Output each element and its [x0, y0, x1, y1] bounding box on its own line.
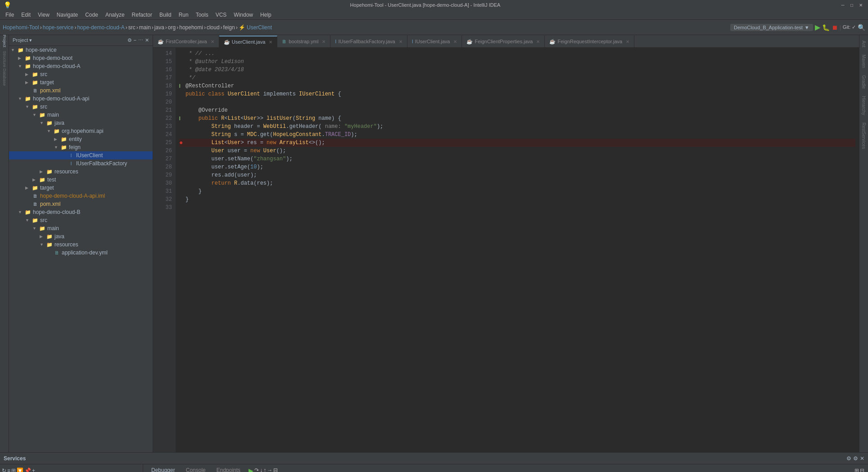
tree-target-api[interactable]: ▶ 📁 target: [9, 184, 153, 192]
window-controls[interactable]: ─ □ ✕: [839, 1, 864, 9]
collapse-icon[interactable]: −: [134, 37, 136, 43]
menu-build[interactable]: Build: [156, 11, 175, 19]
add-icon[interactable]: +: [32, 467, 35, 472]
menu-navigate[interactable]: Navigate: [53, 11, 81, 19]
bc-hope-service[interactable]: hope-service: [43, 24, 74, 31]
run-config-dropdown[interactable]: ▼: [805, 25, 809, 30]
project-icon[interactable]: Project: [0, 37, 9, 45]
minimize-button[interactable]: ─: [839, 1, 846, 9]
tree-test-api[interactable]: ▶ 📁 test: [9, 176, 153, 184]
filter-icon[interactable]: 🔽: [17, 467, 23, 472]
settings-icon[interactable]: ⚙: [127, 37, 132, 43]
tab-userclient[interactable]: ☕ UserClient.java ✕: [219, 36, 278, 47]
tab-close[interactable]: ✕: [536, 39, 540, 44]
tab-close[interactable]: ✕: [269, 40, 272, 45]
tab-feignclientproperties[interactable]: ☕ FeignClientProperties.java ✕: [462, 36, 545, 47]
tree-src-api[interactable]: ▼ 📁 src: [9, 103, 153, 111]
bc-main[interactable]: main: [139, 24, 151, 31]
tree-java-api[interactable]: ▼ 📁 java: [9, 119, 153, 127]
menu-analyze[interactable]: Analyze: [102, 11, 128, 19]
resume-icon[interactable]: ▶: [249, 467, 253, 472]
gradle-icon[interactable]: Gradle: [860, 72, 867, 92]
step-over-icon[interactable]: ↷: [254, 467, 259, 472]
stop-button[interactable]: ⏹: [832, 24, 838, 31]
menu-refactor[interactable]: Refactor: [128, 11, 156, 19]
tree-src-B[interactable]: ▼ 📁 src: [9, 216, 153, 224]
search-everywhere[interactable]: 🔍: [858, 24, 865, 31]
tree-pom-A[interactable]: 🗎 pom.xml: [9, 86, 153, 95]
group-icon[interactable]: ⊞: [11, 467, 16, 472]
hierarchy-icon[interactable]: Hierarchy: [860, 92, 867, 119]
bc-cloud[interactable]: cloud: [207, 24, 220, 31]
structure-icon[interactable]: Structure: [0, 55, 9, 63]
bc-hopehomi2[interactable]: hopehomi: [179, 24, 203, 31]
bc-java[interactable]: java: [154, 24, 164, 31]
tree-resources-api[interactable]: ▶ 📁 resources: [9, 168, 153, 176]
menu-code[interactable]: Code: [81, 11, 102, 19]
tab-endpoints[interactable]: Endpoints: [212, 465, 245, 472]
step-out-icon[interactable]: ↑: [263, 467, 266, 472]
tree-target-A[interactable]: ▶ 📁 target: [9, 78, 153, 86]
tab-close[interactable]: ✕: [626, 39, 629, 44]
tab-close[interactable]: ✕: [211, 39, 214, 44]
tree-main-api[interactable]: ▼ 📁 main: [9, 111, 153, 119]
refresh-icon[interactable]: ↻: [2, 467, 6, 472]
close-icon[interactable]: ✕: [145, 37, 149, 43]
tab-close[interactable]: ✕: [453, 39, 457, 44]
tree-hope-demo-cloud-A-api[interactable]: ▼ 📁 hope-demo-cloud-A-api: [9, 95, 153, 103]
tab-console[interactable]: Console: [181, 465, 210, 472]
maven-icon[interactable]: Maven: [860, 51, 867, 72]
debug-button[interactable]: 🐛: [822, 24, 830, 31]
maximize-button[interactable]: □: [848, 1, 855, 9]
tree-entity[interactable]: ▶ 📁 entity: [9, 135, 153, 143]
tree-resources-B[interactable]: ▼ 📁 resources: [9, 241, 153, 249]
tree-feign[interactable]: ▼ 📁 feign: [9, 143, 153, 151]
bc-org[interactable]: org: [168, 24, 176, 31]
menu-vcs[interactable]: VCS: [212, 11, 231, 19]
tab-bootstrap[interactable]: 🗎 bootstrap.yml ✕: [277, 36, 330, 47]
frames-btn[interactable]: ⊞: [854, 467, 859, 472]
menu-help[interactable]: Help: [257, 11, 275, 19]
tree-hope-service[interactable]: ▼ 📁 hope-service: [9, 46, 153, 54]
close-button[interactable]: ✕: [857, 1, 864, 9]
tree-java-B[interactable]: ▶ 📁 java: [9, 232, 153, 241]
tree-IUserFallbackFactory[interactable]: I IUserFallbackFactory: [9, 159, 153, 168]
tree-pom-api[interactable]: 🗎 pom.xml: [9, 200, 153, 208]
tree-application-dev[interactable]: 🗎 application-dev.yml: [9, 249, 153, 257]
tree-hope-demo-boot[interactable]: ▶ 📁 hope-demo-boot: [9, 54, 153, 62]
run-config[interactable]: DemoCloud_B_Application-test ▼: [730, 24, 813, 31]
tree-org-api[interactable]: ▼ 📁 org.hopehomi.api: [9, 127, 153, 135]
code-editor[interactable]: 14 15 16 17 18 19 20 21 22 23 24 25 26 2…: [153, 48, 859, 452]
bc-feign[interactable]: feign: [223, 24, 235, 31]
settings-icon[interactable]: ⚙: [846, 455, 851, 462]
tab-close[interactable]: ✕: [399, 39, 402, 44]
tab-debugger[interactable]: Debugger: [147, 465, 180, 472]
ant-icon[interactable]: Ant: [860, 37, 867, 51]
tab-firstcontroller[interactable]: ☕ FirstController.java ✕: [153, 36, 219, 47]
tree-main-B[interactable]: ▼ 📁 main: [9, 224, 153, 232]
bc-userclient[interactable]: ⚡ UserClient: [239, 24, 272, 31]
tree-hope-demo-cloud-A[interactable]: ▼ 📁 hope-demo-cloud-A: [9, 62, 153, 70]
code-content[interactable]: * // ... * @author Ledison * @date 2023/…: [176, 48, 859, 452]
menu-view[interactable]: View: [34, 11, 53, 19]
restservices-icon[interactable]: RestServices: [860, 119, 867, 153]
menu-tools[interactable]: Tools: [192, 11, 212, 19]
gear-icon[interactable]: ⋯: [138, 37, 143, 43]
run-cursor-icon[interactable]: →: [267, 467, 272, 472]
tab-close[interactable]: ✕: [322, 39, 326, 44]
evaluate-icon[interactable]: ⊟: [273, 467, 278, 472]
menu-edit[interactable]: Edit: [18, 11, 34, 19]
menu-file[interactable]: File: [2, 11, 18, 19]
close-services-icon[interactable]: ✕: [860, 455, 864, 462]
tree-hope-demo-cloud-B[interactable]: ▼ 📁 hope-demo-cloud-B: [9, 208, 153, 216]
run-button[interactable]: ▶: [815, 23, 820, 32]
tree-IUserClient[interactable]: I IUserClient: [9, 151, 153, 159]
expand-icon[interactable]: ≡: [7, 467, 10, 472]
tree-src-A[interactable]: ▶ 📁 src: [9, 70, 153, 78]
bc-hopehomi[interactable]: Hopehomi-Tool: [3, 24, 39, 31]
vcs-button[interactable]: Git: ✓: [843, 24, 856, 30]
tab-iuserfallbackfactory[interactable]: I IUserFallbackFactory.java ✕: [330, 36, 407, 47]
database-icon[interactable]: Database: [0, 73, 9, 81]
menu-window[interactable]: Window: [230, 11, 257, 19]
tab-feignrequestinterceptor[interactable]: ☕ FeignRequestInterceptor.java ✕: [545, 36, 634, 47]
